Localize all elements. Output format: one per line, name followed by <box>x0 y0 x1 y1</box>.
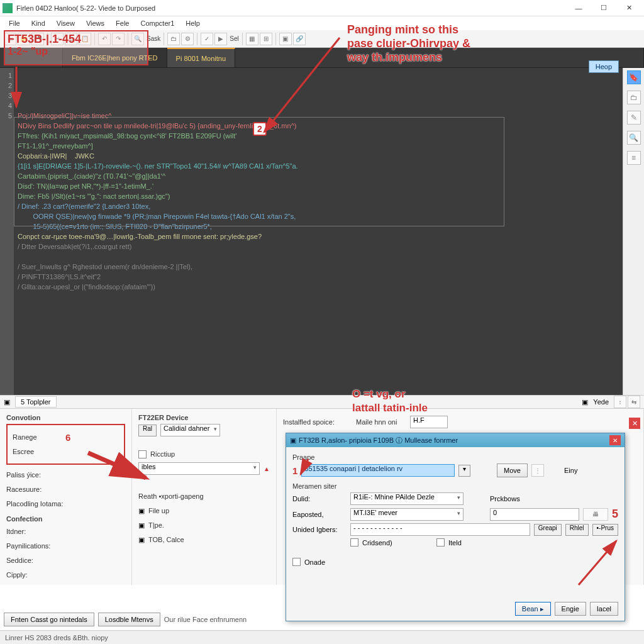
meramen-label: Meramen siter <box>292 482 618 490</box>
rail-folder-icon[interactable]: 🗀 <box>627 91 641 104</box>
menu-file[interactable]: File <box>4 18 25 28</box>
duld-select[interactable]: R1iE-: Mhine PAilde Dezle <box>350 492 464 505</box>
tool-folder-icon[interactable]: 🗀 <box>167 33 180 45</box>
rail-wand-icon[interactable]: ✎ <box>627 111 641 125</box>
minimize-button[interactable]: — <box>566 1 591 15</box>
ibles-select[interactable]: ibles <box>138 462 260 475</box>
lower-tab-yede[interactable]: Yede <box>593 398 609 406</box>
greapi-button[interactable]: Greapi <box>534 524 562 536</box>
losble-button[interactable]: Losdble Mtenvs <box>98 613 160 626</box>
praape-input[interactable]: 651535 conapari | detaclelion rv <box>301 464 455 477</box>
range-group: Ranege6 Escree <box>6 424 125 465</box>
status-text: Linrer HS 2083 dreds &Bth. niopy <box>5 634 108 641</box>
racesure-label: Racesuure: <box>6 486 55 493</box>
tacel-button[interactable]: Iacel <box>590 602 618 616</box>
menu-compcter[interactable]: Compcter1 <box>135 18 179 28</box>
fnten-button[interactable]: Fnten Casst go nintedals <box>4 613 94 626</box>
ranege-label: Ranege <box>13 433 62 441</box>
bean-button[interactable]: Bean ▸ <box>515 602 551 616</box>
escree-label: Escree <box>13 448 62 455</box>
prckbows-label: Prckbows <box>490 495 528 502</box>
menu-fele[interactable]: Fele <box>111 18 134 28</box>
callout-5: 5 <box>612 508 618 521</box>
eaposted-label: Eaposted, <box>292 511 347 518</box>
move-opts-icon[interactable]: ⋮ <box>531 464 544 477</box>
unided-label: Unided Igbers: <box>292 526 347 533</box>
callout-6: 6 <box>65 432 70 443</box>
app-icon <box>3 3 13 13</box>
warn-icon: ▲ <box>264 465 270 472</box>
praape-dd-icon[interactable]: ▾ <box>458 465 470 477</box>
callout-1: 1 <box>292 465 297 476</box>
eaposted-select[interactable]: MT.I3E' mever <box>350 508 464 521</box>
help-button[interactable]: Heop <box>589 60 619 73</box>
maximize-button[interactable]: ☐ <box>591 1 616 15</box>
lower-ico1[interactable]: ↕ <box>614 396 626 408</box>
bookmark-icon[interactable]: 🔖 <box>627 70 641 84</box>
calidial-select[interactable]: Calidial dahner <box>160 424 220 436</box>
lower-tab-toppler[interactable]: 5 Toplpler <box>15 396 57 408</box>
tool-grid-icon[interactable]: ▦ <box>246 33 258 45</box>
dialog-window: ▣ FT32B R,aslon- pripioia F109B ⓘ Mullea… <box>286 433 625 621</box>
ral-button[interactable]: Ral <box>138 425 157 436</box>
tool-chip-icon[interactable]: ▣ <box>279 33 292 45</box>
placoding-label: Placodling Iotama: <box>6 500 64 508</box>
iteld-label: Iteld <box>448 539 502 547</box>
tool-table-icon[interactable]: ⊞ <box>260 33 272 45</box>
menu-kind[interactable]: Kind <box>26 18 50 28</box>
our-label: Our rilue Face enfnrumenn <box>164 616 247 623</box>
tob-label: TOB, Calce <box>148 536 197 543</box>
dialog-close-button[interactable]: ✕ <box>609 435 621 445</box>
crdsend-checkbox[interactable] <box>350 538 358 547</box>
duld-label: Dulid: <box>292 495 347 502</box>
tpe-label: T|pe. <box>148 521 197 529</box>
praape-label: Praape <box>292 453 618 461</box>
ricctup-checkbox[interactable] <box>138 450 147 458</box>
hf-input[interactable]: H.F <box>410 416 448 428</box>
annot-box-1: FT53B-|.1-454 1-2~ "up <box>4 30 148 65</box>
right-rail: 🔖 🗀 ✎ 🔍 ≡ <box>623 68 644 395</box>
lower-ico2[interactable]: ⇆ <box>628 396 640 408</box>
prckbows-input[interactable]: 0 <box>490 508 579 521</box>
lower-tabstrip: ▣ 5 Toplpler ▣ Yede ↕ ⇆ <box>0 395 644 409</box>
move-button[interactable]: Move <box>497 464 528 477</box>
iteld-checkbox[interactable] <box>436 538 445 547</box>
reath-label: Reath •xporti-gapeng <box>138 492 204 500</box>
itdner-label: Itdner: <box>6 528 55 535</box>
prus-button[interactable]: •-Prus <box>592 524 618 536</box>
panel-close-button[interactable]: ✕ <box>629 418 640 429</box>
statusbar: Linrer HS 2083 dreds &Bth. niopy <box>0 630 644 644</box>
menu-help[interactable]: Help <box>180 18 205 28</box>
onde-label: Onade <box>304 558 358 566</box>
tool-gear-icon[interactable]: ⚙ <box>181 33 194 45</box>
tool-check-icon[interactable]: ✓ <box>201 33 213 45</box>
confection-heading: Confection <box>6 515 125 523</box>
rhlel-button[interactable]: Rhlel <box>565 524 589 536</box>
code-editor[interactable]: 2 Poj:/|MisrogpeliC]|v~ise timec^NDivy B… <box>14 68 623 395</box>
dialog-titlebar[interactable]: ▣ FT32B R,aslon- pripioia F109B ⓘ Mullea… <box>286 433 625 447</box>
window-title: Firlen 04D2 Hanloo( 5-22- Viede to Durpo… <box>16 4 566 12</box>
tool-run-icon[interactable]: ▶ <box>214 33 227 45</box>
tool-link-icon[interactable]: 🔗 <box>293 33 306 45</box>
paliss-label: Paliss ýice: <box>6 471 55 479</box>
rail-list-icon[interactable]: ≡ <box>627 151 641 165</box>
crdsend-label: Cridsend) <box>362 539 416 547</box>
menubar: File Kind Visew Views Fele Compcter1 Hel… <box>0 16 644 30</box>
tab-monitor[interactable]: Pi 8001 Monitnu <box>167 48 236 67</box>
tpe-icon: ▣ <box>138 521 145 530</box>
menu-visew[interactable]: Visew <box>52 18 80 28</box>
tab-extra[interactable] <box>235 48 644 67</box>
line-gutter: 12345 <box>0 68 14 395</box>
lower-tab-yede-icon: ▣ <box>582 398 588 406</box>
close-button[interactable]: ✕ <box>616 1 641 15</box>
engie-button[interactable]: Engie <box>555 602 586 616</box>
onde-checkbox[interactable] <box>292 558 301 566</box>
dialog-title: FT32B R,aslon- pripioia F109B ⓘ Mullease… <box>299 436 458 445</box>
einy-label: Einy <box>564 467 618 474</box>
rail-search-icon[interactable]: 🔍 <box>627 131 641 145</box>
maile-label: Maile hnn oni <box>356 418 406 426</box>
installed-label: Instalfled spoice: <box>283 418 352 426</box>
workspace: 12345 2 Poj:/|MisrogpeliC]|v~ise timec^N… <box>0 68 644 395</box>
menu-views[interactable]: Views <box>81 18 109 28</box>
unided-input[interactable]: - - - - - - - - - - - - <box>350 523 530 536</box>
